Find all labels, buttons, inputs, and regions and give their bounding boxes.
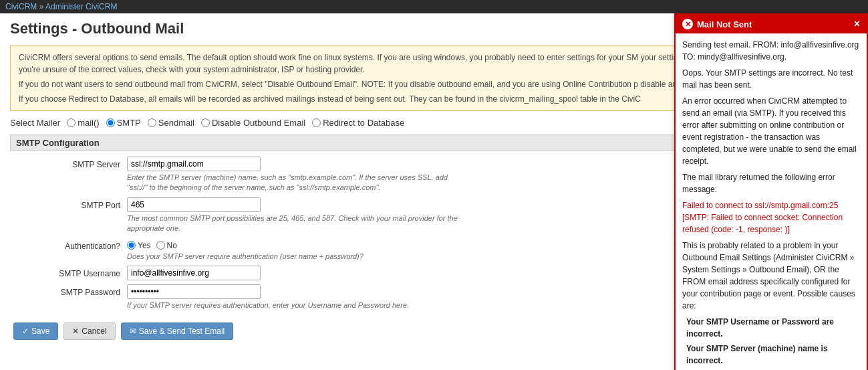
error-message-text: Failed to connect to ssl://smtp.gmail.co… [682,199,860,236]
mail-library-text: The mail library returned the following … [682,171,860,195]
administer-link[interactable]: Administer CiviCRM [45,2,117,11]
smtp-password-input[interactable] [127,284,261,299]
auth-no-radio[interactable] [156,241,165,250]
mailer-option-redirect[interactable]: Redirect to Database [312,118,404,128]
cause-1: Your SMTP Username or Password are incor… [686,316,860,340]
mailer-option-mail[interactable]: mail() [67,118,100,128]
causes-list: Your SMTP Username or Password are incor… [682,316,860,370]
mailer-option-smtp[interactable]: SMTP [106,118,141,128]
cancel-button[interactable]: ✕ Cancel [63,322,115,340]
mailer-radio-sendmail[interactable] [148,118,156,127]
cause-2: Your SMTP Server (machine) name is incor… [686,343,860,367]
save-button[interactable]: ✓ Save [13,322,58,340]
error-popup-close-button[interactable]: × [854,19,860,29]
error-popup: ✕ Mail Not Sent × Sending test email. FR… [674,13,868,370]
cancel-x-icon: ✕ [72,327,79,336]
main-container: Settings - Outbound Mail CiviCRM offers … [0,13,868,370]
error-popup-body: Sending test email. FROM: info@allfivesi… [676,33,867,370]
mailer-radio-smtp[interactable] [106,118,115,127]
smtp-server-input[interactable] [127,157,261,171]
probable-cause-text: This is probably related to a problem in… [682,240,860,312]
smtp-username-input[interactable] [127,266,261,280]
auth-yes-label[interactable]: Yes [127,241,151,250]
error-occurred-text: An error occurred when CiviCRM attempted… [682,95,860,167]
save-send-button[interactable]: ✉ Save & Send Test Email [121,322,234,340]
mailer-option-sendmail[interactable]: Sendmail [148,118,194,128]
mailer-radio-disable[interactable] [201,118,210,127]
mailer-option-disable[interactable]: Disable Outbound Email [201,118,305,128]
error-popup-header: ✕ Mail Not Sent × [676,15,867,33]
auth-label: Authentication? [13,238,120,251]
smtp-password-label: SMTP Password [13,284,120,297]
error-popup-title-row: ✕ Mail Not Sent [682,19,752,29]
smtp-port-input[interactable] [127,197,261,212]
top-bar: CiviCRM » Administer CiviCRM [0,0,868,13]
smtp-server-hint: Enter the SMTP server (machine) name, su… [127,173,461,193]
auth-hint: Does your SMTP server require authentica… [127,252,461,262]
smtp-username-label: SMTP Username [13,266,120,278]
send-envelope-icon: ✉ [130,327,136,336]
error-popup-title: Mail Not Sent [697,19,752,29]
smtp-server-label: SMTP Server [13,157,120,169]
auth-no-label[interactable]: No [156,241,177,250]
save-checkmark-icon: ✓ [22,327,29,336]
smtp-port-label: SMTP Port [13,197,120,210]
smtp-password-hint: If your SMTP server requires authenticat… [127,300,461,310]
smtp-port-hint: The most common SMTP port possibilities … [127,213,461,234]
auth-yes-radio[interactable] [127,241,136,250]
sending-info: Sending test email. FROM: info@allfivesi… [682,39,860,63]
civicrm-link[interactable]: CiviCRM [5,2,37,11]
save-send-label: Save & Send Test Email [139,327,225,336]
mailer-radio-redirect[interactable] [312,118,321,127]
error-x-icon: ✕ [682,19,693,29]
select-mailer-label: Select Mailer [10,118,60,128]
breadcrumb-separator: » [39,2,45,11]
cancel-label: Cancel [82,327,106,336]
save-label: Save [31,327,49,336]
oops-text: Oops. Your SMTP settings are incorrect. … [682,67,860,91]
mailer-radio-mail[interactable] [67,118,76,127]
